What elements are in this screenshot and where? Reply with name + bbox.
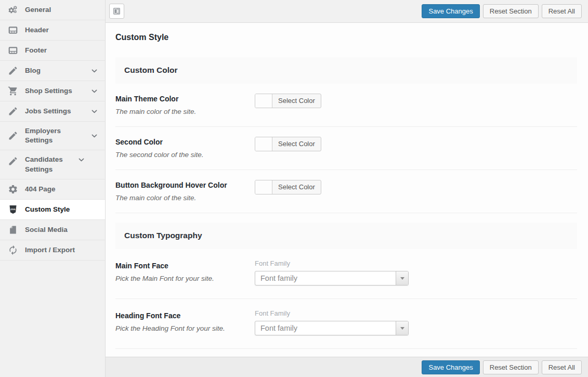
sidebar-item-blog[interactable]: Blog (0, 61, 105, 81)
footer-panel-icon (8, 45, 18, 56)
field-row-main-font-face: Main Font Face Pick the Main Font for yo… (115, 249, 577, 299)
theme-options-panel: General Header Footer Blog Shop Settings… (0, 0, 588, 377)
custom-style-page: Custom Style Custom Color Main Theme Col… (106, 33, 588, 349)
save-changes-button-bottom[interactable]: Save Changes (422, 360, 479, 374)
sidebar-item-label: Shop Settings (25, 86, 84, 96)
bottom-toolbar: Save Changes Reset Section Reset All (106, 357, 588, 377)
select-color-button[interactable]: Select Color (272, 180, 321, 194)
color-swatch[interactable] (255, 94, 272, 108)
sidebar-item-404-page[interactable]: 404 Page (0, 179, 105, 200)
field-label: Button Background Hover Color (115, 180, 255, 189)
field-description: Pick the Main Font for your site. (115, 275, 255, 282)
select-placeholder: Font family (255, 321, 396, 335)
second-color-picker[interactable]: Select Color (255, 137, 321, 151)
chevron-down-icon (90, 132, 98, 140)
sidebar-item-label: Blog (25, 66, 84, 75)
sidebar-item-import-export[interactable]: Import / Export (0, 240, 105, 261)
field-label: Main Theme Color (115, 94, 255, 103)
sidebar-item-label: 404 Page (25, 185, 98, 194)
chevron-down-icon[interactable] (396, 271, 408, 285)
layout-toggle-button[interactable] (109, 4, 124, 19)
reset-section-button-top[interactable]: Reset Section (483, 4, 539, 18)
header-panel-icon (8, 25, 18, 35)
cart-icon (8, 86, 18, 96)
sidebar-item-label: Candidates Settings (25, 155, 71, 174)
settings-sidebar: General Header Footer Blog Shop Settings… (0, 0, 106, 377)
select-color-button[interactable]: Select Color (272, 137, 321, 151)
field-label: Main Font Face (115, 261, 255, 270)
sidebar-item-shop-settings[interactable]: Shop Settings (0, 81, 105, 101)
sidebar-item-custom-style[interactable]: Custom Style (0, 200, 105, 220)
sidebar-item-label: Custom Style (25, 205, 98, 214)
chevron-down-icon (77, 156, 85, 164)
sidebar-item-label: Social Media (25, 225, 98, 235)
field-description: The main color of the site. (115, 194, 255, 202)
field-description: The main color of the site. (115, 108, 255, 115)
font-family-mini-label: Font Family (255, 259, 577, 267)
pencil-icon (8, 131, 18, 141)
reset-section-button-bottom[interactable]: Reset Section (483, 360, 539, 374)
page-title: Custom Style (115, 33, 577, 42)
section-title: Custom Typography (124, 231, 568, 240)
color-swatch[interactable] (255, 180, 272, 194)
section-custom-color: Custom Color (115, 57, 577, 84)
chevron-down-icon (90, 87, 98, 95)
sidebar-item-label: Header (25, 25, 98, 35)
field-description: Pick the Heading Font for your site. (115, 324, 255, 332)
sidebar-item-label: General (25, 5, 98, 15)
section-title: Custom Color (124, 66, 568, 75)
sidebar-item-jobs-settings[interactable]: Jobs Settings (0, 101, 105, 122)
sidebar-item-employers-settings[interactable]: Employers Settings (0, 122, 105, 150)
main-theme-color-picker[interactable]: Select Color (255, 94, 321, 108)
gears-icon (8, 5, 18, 15)
reset-all-button-top[interactable]: Reset All (542, 4, 582, 18)
field-label: Second Color (115, 137, 255, 146)
pencil-icon (8, 156, 18, 166)
select-placeholder: Font family (255, 271, 396, 285)
pencil-icon (8, 106, 18, 116)
chevron-down-icon (90, 67, 98, 75)
sidebar-item-footer[interactable]: Footer (0, 41, 105, 61)
button-bg-hover-color-picker[interactable]: Select Color (255, 180, 321, 194)
gear-icon (8, 184, 18, 194)
top-toolbar: Save Changes Reset Section Reset All (106, 0, 588, 23)
sidebar-item-label: Jobs Settings (25, 107, 84, 116)
sidebar-item-general[interactable]: General (0, 0, 105, 20)
chevron-down-icon[interactable] (396, 321, 408, 335)
field-description: The second color of the site. (115, 151, 255, 159)
sync-icon (8, 245, 18, 255)
chevron-down-icon (90, 108, 98, 115)
heading-font-family-select[interactable]: Font family (255, 321, 409, 335)
sidebar-item-header[interactable]: Header (0, 20, 105, 41)
sidebar-item-label: Footer (25, 46, 98, 55)
sidebar-item-social-media[interactable]: Social Media (0, 220, 105, 240)
main-content: Save Changes Reset Section Reset All Cus… (106, 0, 588, 377)
font-family-mini-label: Font Family (255, 309, 577, 317)
field-label: Heading Font Face (115, 310, 255, 320)
pencil-icon (8, 66, 18, 76)
main-font-family-select[interactable]: Font family (255, 271, 409, 285)
sidebar-item-candidates-settings[interactable]: Candidates Settings (0, 150, 105, 179)
section-custom-typography: Custom Typography (115, 223, 577, 249)
field-row-second-color: Second Color The second color of the sit… (115, 127, 577, 170)
sidebar-item-label: Employers Settings (25, 126, 84, 145)
css-badge-icon (8, 204, 18, 215)
toolbar-actions: Save Changes Reset Section Reset All (422, 4, 582, 18)
sidebar-item-label: Import / Export (25, 245, 98, 255)
layout-icon (112, 7, 121, 16)
reset-all-button-bottom[interactable]: Reset All (542, 360, 582, 374)
color-swatch[interactable] (255, 137, 272, 151)
field-row-main-theme-color: Main Theme Color The main color of the s… (115, 84, 577, 127)
document-icon (8, 225, 18, 235)
save-changes-button-top[interactable]: Save Changes (422, 4, 479, 18)
select-color-button[interactable]: Select Color (272, 94, 321, 108)
field-row-button-bg-hover-color: Button Background Hover Color The main c… (115, 170, 577, 213)
field-row-heading-font-face: Heading Font Face Pick the Heading Font … (115, 299, 577, 349)
